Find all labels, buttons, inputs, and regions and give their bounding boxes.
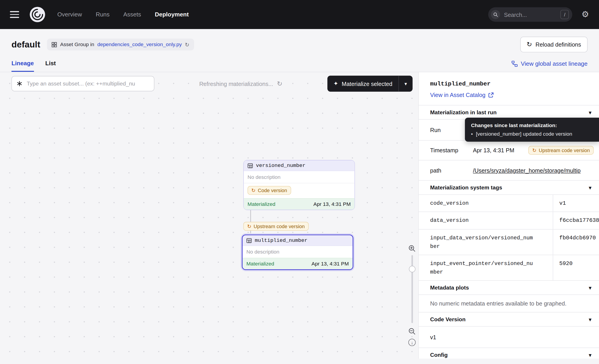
view-global-asset-lineage-link[interactable]: View global asset lineage (512, 60, 588, 72)
zoom-slider-handle[interactable] (409, 266, 415, 272)
materialized-status: Materialized (247, 201, 275, 207)
asset-status-footer: Materialized Apr 13, 4:31 PM (244, 198, 354, 210)
table-icon (247, 163, 253, 168)
system-tag-row: data_version f6ccba177638 (419, 212, 599, 229)
tag-key: input_event_pointer/versioned_number (419, 255, 553, 280)
materialize-selected-button[interactable]: ✦ Materialize selected (327, 80, 398, 87)
metadata-plots-empty-message: No numeric metadata entries available to… (419, 295, 599, 312)
asset-node-header: multiplied_number (243, 235, 352, 246)
view-in-asset-catalog-link[interactable]: View in Asset Catalog (430, 92, 588, 98)
main-content: Refreshing materializations... ↻ ✦ Mater… (0, 72, 599, 359)
code-version-refresh-icon: ↻ (532, 148, 537, 153)
refresh-status: Refreshing materializations... ↻ (154, 80, 327, 88)
asset-subset-input[interactable] (26, 80, 149, 87)
asset-name: versioned_number (256, 163, 305, 168)
changes-tooltip: Changes since last materialization: • [v… (465, 118, 599, 142)
zoom-in-icon[interactable] (408, 245, 416, 252)
primary-nav: Overview Runs Assets Deployment (57, 11, 189, 18)
tag-value: v1 (553, 195, 599, 212)
edge-upstream-code-version-tag: ↻ Upstream code version (243, 222, 308, 231)
materialize-dropdown-caret[interactable]: ▾ (399, 81, 413, 87)
op-selector-icon (17, 80, 23, 87)
zoom-out-icon[interactable] (408, 328, 416, 335)
sparkle-icon: ✦ (334, 80, 338, 87)
tag-value: fb04dcb6970 (553, 229, 599, 255)
page-header: default Asset Group in dependencies_code… (0, 29, 599, 52)
table-icon (247, 238, 252, 243)
asset-description: No description (244, 171, 354, 183)
timestamp-row: Timestamp Apr 13, 4:31 PM ↻ Upstream cod… (419, 141, 599, 160)
asset-group-grid-icon (52, 42, 57, 47)
path-label: path (430, 167, 473, 174)
search-icon (491, 10, 500, 19)
asset-node-multiplied-number[interactable]: multiplied_number No description Materia… (242, 234, 353, 270)
chevron-down-icon[interactable]: ▾ (589, 109, 591, 115)
path-value-link[interactable]: /Users/sryza/dagster_home/storage/multip (473, 167, 594, 174)
reload-definitions-button[interactable]: ↻ Reload definitions (520, 37, 588, 52)
nav-item-runs[interactable]: Runs (96, 11, 109, 18)
tab-lineage[interactable]: Lineage (11, 60, 34, 72)
chevron-down-icon[interactable]: ▾ (589, 352, 591, 358)
materialize-button-group: ✦ Materialize selected ▾ (327, 76, 413, 92)
materialized-status: Materialized (247, 261, 274, 267)
system-tag-row: code_version v1 (419, 195, 599, 212)
asset-subset-filter[interactable] (11, 76, 154, 91)
tag-value: 5920 (553, 255, 599, 280)
bullet: • (471, 131, 473, 137)
zoom-slider[interactable] (411, 255, 413, 323)
path-row: path /Users/sryza/dagster_home/storage/m… (419, 160, 599, 181)
search-input[interactable] (503, 11, 557, 18)
asset-node-versioned-number[interactable]: versioned_number No description ↻ Code v… (243, 160, 355, 210)
tag-key: input_data_version/versioned_number (419, 229, 553, 255)
asset-name: multiplied_number (255, 238, 307, 243)
refresh-now-icon[interactable]: ↻ (277, 80, 282, 88)
external-link-icon (488, 92, 493, 98)
section-config[interactable]: Config ▾ (419, 348, 599, 359)
tag-value: f6ccba177638 (553, 212, 599, 229)
nav-item-assets[interactable]: Assets (123, 11, 141, 18)
asset-status-footer: Materialized Apr 13, 4:31 PM (243, 258, 352, 269)
tag-key: data_version (419, 212, 553, 229)
timestamp-value: Apr 13, 4:31 PM (473, 147, 514, 154)
settings-gear-icon[interactable]: ⚙ (581, 10, 589, 19)
materialized-timestamp: Apr 13, 4:31 PM (311, 261, 349, 267)
zoom-control: ↓ (408, 245, 416, 346)
asset-description: No description (243, 246, 352, 258)
section-code-version[interactable]: Code Version ▾ (419, 312, 599, 327)
global-search[interactable]: / (488, 7, 572, 22)
code-version-value: v1 (419, 327, 599, 348)
asset-details-panel: multiplied_number View in Asset Catalog … (418, 72, 599, 359)
code-version-tag: ↻ Code version (247, 186, 291, 195)
app-window: Overview Runs Assets Deployment / ⚙ defa… (0, 0, 599, 364)
view-tabs: Lineage List View global asset lineage (0, 60, 599, 72)
top-navigation-bar: Overview Runs Assets Deployment / ⚙ (0, 0, 599, 29)
chevron-down-icon[interactable]: ▾ (589, 285, 591, 290)
asset-group-file-link[interactable]: dependencies_code_version_only.py (97, 42, 182, 47)
selected-asset-name: multiplied_number (430, 80, 588, 87)
panel-header: multiplied_number View in Asset Catalog (419, 72, 599, 105)
code-version-refresh-icon: ↻ (251, 188, 256, 193)
chevron-down-icon[interactable]: ▾ (589, 317, 591, 322)
hamburger-menu-icon[interactable] (10, 11, 19, 18)
search-shortcut-badge: / (561, 10, 569, 19)
section-metadata-plots[interactable]: Metadata plots ▾ (419, 281, 599, 295)
dagster-logo[interactable] (29, 6, 46, 23)
tab-list[interactable]: List (45, 60, 56, 72)
lineage-graph-canvas[interactable]: Refreshing materializations... ↻ ✦ Mater… (0, 72, 418, 359)
reload-group-icon[interactable]: ↻ (185, 42, 189, 47)
page-title: default (11, 39, 40, 50)
asset-group-badge: Asset Group in dependencies_code_version… (47, 38, 194, 50)
nav-item-deployment[interactable]: Deployment (155, 11, 189, 18)
tooltip-item: • [versioned_number] updated code versio… (471, 131, 593, 137)
lineage-graph-icon (512, 61, 518, 67)
tooltip-title: Changes since last materialization: (471, 123, 593, 128)
nav-item-overview[interactable]: Overview (57, 11, 82, 18)
asset-node-header: versioned_number (244, 160, 354, 171)
refresh-status-text: Refreshing materializations... (199, 80, 273, 87)
materialized-timestamp: Apr 13, 4:31 PM (313, 201, 351, 207)
section-materialization-system-tags[interactable]: Materialization system tags ▾ (419, 181, 599, 195)
download-view-icon[interactable]: ↓ (408, 339, 416, 346)
chevron-down-icon[interactable]: ▾ (589, 185, 591, 190)
asset-tags-row: ↻ Code version (244, 183, 354, 198)
code-version-refresh-icon: ↻ (247, 224, 251, 229)
